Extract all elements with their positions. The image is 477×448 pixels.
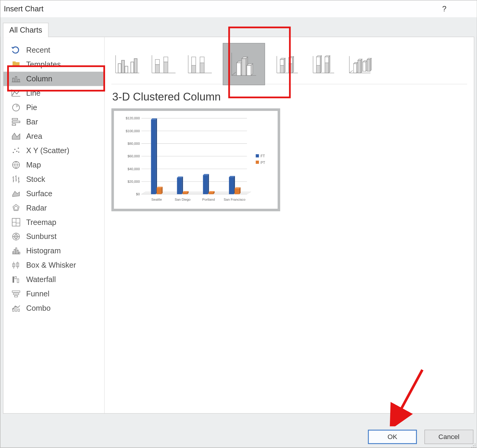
svg-rect-154 bbox=[235, 188, 239, 194]
svg-rect-133 bbox=[151, 120, 156, 194]
svg-rect-44 bbox=[17, 250, 18, 254]
line-icon bbox=[11, 88, 21, 98]
bar-icon bbox=[11, 117, 21, 127]
ytick-5: $100,000 bbox=[126, 129, 140, 133]
svg-rect-81 bbox=[237, 63, 241, 75]
svg-rect-63 bbox=[125, 66, 128, 73]
subtype-3d-clustered-column[interactable] bbox=[223, 43, 265, 85]
svg-point-162 bbox=[471, 447, 472, 448]
ok-button[interactable]: OK bbox=[368, 430, 417, 444]
ytick-2: $40,000 bbox=[127, 167, 140, 171]
sidebar-item-line[interactable]: Line bbox=[3, 86, 104, 100]
svg-rect-151 bbox=[229, 177, 234, 194]
close-button[interactable] bbox=[454, 2, 473, 16]
sidebar-item-box-whisker[interactable]: Box & Whisker bbox=[3, 258, 104, 272]
svg-marker-14 bbox=[12, 133, 20, 139]
subtype-stacked-column[interactable] bbox=[150, 53, 177, 75]
scatter-icon bbox=[11, 145, 21, 156]
help-button[interactable]: ? bbox=[435, 2, 454, 16]
sidebar-item-label: Box & Whisker bbox=[26, 261, 76, 270]
sidebar-item-area[interactable]: Area bbox=[3, 129, 104, 143]
dialog-footer: OK Cancel bbox=[368, 430, 474, 444]
subtype-3d-100-stacked-column[interactable] bbox=[311, 53, 338, 75]
svg-rect-119 bbox=[363, 62, 366, 71]
sidebar-item-histogram[interactable]: Histogram bbox=[3, 244, 104, 258]
sidebar-item-waterfall[interactable]: Waterfall bbox=[3, 272, 104, 287]
stock-icon bbox=[11, 174, 21, 184]
svg-rect-87 bbox=[247, 65, 251, 75]
svg-point-18 bbox=[18, 148, 19, 149]
svg-marker-138 bbox=[161, 187, 162, 194]
subtype-100-stacked-column[interactable] bbox=[186, 53, 213, 75]
sidebar-item-recent[interactable]: Recent bbox=[3, 43, 104, 57]
funnel-icon bbox=[11, 289, 21, 299]
bars-sandiego bbox=[177, 176, 189, 194]
sidebar-item-scatter[interactable]: X Y (Scatter) bbox=[3, 143, 104, 158]
svg-marker-99 bbox=[292, 56, 294, 73]
pie-icon bbox=[11, 103, 21, 113]
svg-rect-12 bbox=[12, 121, 20, 123]
ytick-4: $80,000 bbox=[127, 142, 140, 145]
sidebar-item-label: Line bbox=[26, 89, 40, 98]
legend-ft: FT bbox=[261, 154, 265, 158]
sidebar-item-treemap[interactable]: Treemap bbox=[3, 215, 104, 229]
resize-grip[interactable] bbox=[470, 441, 476, 447]
sidebar-item-templates[interactable]: Templates bbox=[3, 57, 104, 72]
sidebar-item-label: Pie bbox=[26, 103, 37, 112]
svg-rect-61 bbox=[118, 63, 121, 73]
main-panel: Recent Templates Column Line bbox=[3, 37, 474, 414]
sidebar-item-map[interactable]: Map bbox=[3, 158, 104, 172]
svg-rect-113 bbox=[354, 63, 357, 73]
sidebar-item-funnel[interactable]: Funnel bbox=[3, 287, 104, 301]
subtype-3d-column[interactable] bbox=[347, 53, 374, 75]
subtype-clustered-column[interactable] bbox=[114, 53, 141, 75]
sidebar-item-combo[interactable]: Combo bbox=[3, 301, 104, 316]
svg-rect-84 bbox=[242, 58, 246, 75]
svg-rect-96 bbox=[288, 63, 292, 73]
map-icon bbox=[11, 160, 21, 170]
svg-point-163 bbox=[473, 447, 474, 448]
ytick-6: $120,000 bbox=[126, 116, 140, 120]
tab-all-charts[interactable]: All Charts bbox=[3, 23, 48, 37]
sunburst-icon bbox=[11, 231, 21, 242]
svg-rect-5 bbox=[15, 77, 17, 82]
svg-marker-89 bbox=[251, 63, 253, 75]
chart-legend: FT PT bbox=[256, 154, 265, 164]
sidebar-item-radar[interactable]: Radar bbox=[3, 201, 104, 215]
window-title: Insert Chart bbox=[4, 4, 44, 13]
sidebar-item-column[interactable]: Column bbox=[3, 72, 104, 86]
chart-preview-svg: $0 $20,000 $40,000 $60,000 $80,000 $100,… bbox=[117, 114, 274, 205]
svg-rect-97 bbox=[288, 57, 292, 63]
waterfall-icon bbox=[11, 275, 21, 285]
svg-rect-69 bbox=[155, 59, 159, 64]
sidebar-item-label: Map bbox=[26, 161, 41, 170]
svg-rect-51 bbox=[15, 276, 16, 279]
sidebar-item-bar[interactable]: Bar bbox=[3, 115, 104, 129]
svg-point-19 bbox=[18, 151, 19, 153]
sidebar-item-label: Stock bbox=[26, 175, 45, 184]
sidebar-item-surface[interactable]: Surface bbox=[3, 186, 104, 201]
svg-rect-107 bbox=[325, 63, 329, 73]
sidebar-item-label: Funnel bbox=[26, 289, 49, 298]
svg-marker-109 bbox=[329, 55, 330, 73]
svg-rect-42 bbox=[14, 249, 15, 254]
templates-icon bbox=[11, 60, 21, 70]
svg-rect-158 bbox=[256, 161, 259, 164]
chart-preview[interactable]: $0 $20,000 $40,000 $60,000 $80,000 $100,… bbox=[111, 108, 280, 211]
svg-rect-92 bbox=[280, 65, 284, 73]
sidebar-item-stock[interactable]: Stock bbox=[3, 172, 104, 186]
chart-type-sidebar: Recent Templates Column Line bbox=[3, 37, 104, 413]
cancel-button[interactable]: Cancel bbox=[424, 430, 473, 444]
svg-rect-58 bbox=[18, 309, 19, 311]
ytick-1: $20,000 bbox=[127, 180, 140, 183]
sidebar-item-pie[interactable]: Pie bbox=[3, 100, 104, 115]
svg-line-80 bbox=[232, 72, 236, 75]
svg-rect-122 bbox=[367, 59, 370, 71]
sidebar-item-label: Bar bbox=[26, 118, 38, 127]
svg-marker-156 bbox=[239, 187, 241, 194]
sidebar-item-label: Combo bbox=[26, 304, 51, 313]
subtype-3d-stacked-column[interactable] bbox=[274, 53, 301, 75]
sidebar-item-label: X Y (Scatter) bbox=[26, 146, 69, 155]
svg-rect-64 bbox=[131, 62, 134, 73]
sidebar-item-sunburst[interactable]: Sunburst bbox=[3, 229, 104, 244]
